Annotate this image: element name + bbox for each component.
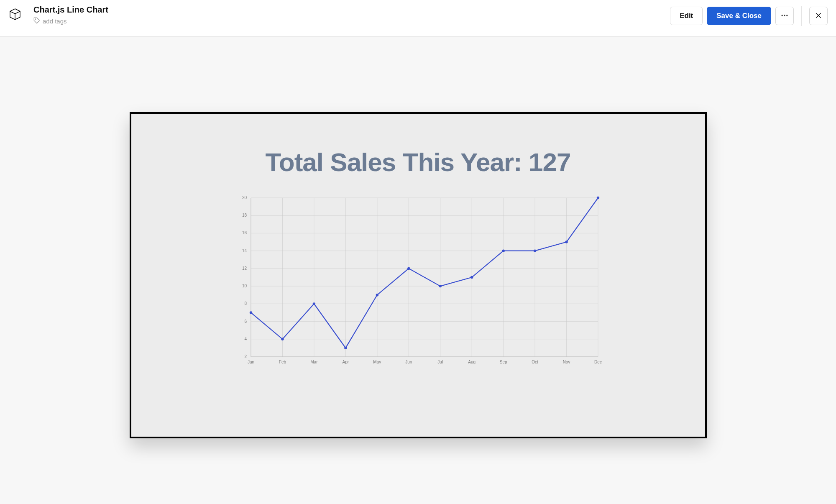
svg-text:Jan: Jan xyxy=(247,360,254,364)
close-button[interactable] xyxy=(809,7,828,25)
svg-text:May: May xyxy=(373,360,381,364)
svg-text:Feb: Feb xyxy=(279,360,286,364)
svg-point-65 xyxy=(596,197,599,199)
svg-text:Jun: Jun xyxy=(405,360,412,364)
svg-point-62 xyxy=(502,249,504,252)
svg-text:Apr: Apr xyxy=(342,360,349,364)
page-title: Chart.js Line Chart xyxy=(33,5,670,15)
svg-text:14: 14 xyxy=(242,248,247,253)
close-icon xyxy=(815,12,822,20)
tag-icon xyxy=(33,17,40,25)
svg-point-63 xyxy=(533,249,536,252)
svg-point-60 xyxy=(439,285,441,287)
preview-frame: Total Sales This Year: 127 2468101214161… xyxy=(130,112,707,438)
svg-point-54 xyxy=(249,311,252,314)
svg-point-64 xyxy=(565,240,568,243)
svg-text:4: 4 xyxy=(244,337,247,341)
svg-text:Dec: Dec xyxy=(594,360,602,364)
svg-text:Mar: Mar xyxy=(310,360,318,364)
svg-text:8: 8 xyxy=(244,301,247,306)
svg-text:Sep: Sep xyxy=(499,360,507,364)
svg-text:Oct: Oct xyxy=(532,360,538,364)
svg-point-55 xyxy=(281,338,284,340)
add-tags[interactable]: add tags xyxy=(33,17,670,25)
title-block: Chart.js Line Chart add tags xyxy=(33,5,670,25)
svg-text:Nov: Nov xyxy=(562,360,570,364)
svg-point-57 xyxy=(344,347,347,349)
top-bar: Chart.js Line Chart add tags Edit Save &… xyxy=(0,0,836,37)
line-chart: 2468101214161820JanFebMarAprMayJunJulAug… xyxy=(230,194,606,371)
svg-point-61 xyxy=(470,276,473,279)
canvas-area: Total Sales This Year: 127 2468101214161… xyxy=(0,37,836,504)
svg-text:12: 12 xyxy=(242,266,247,271)
svg-text:20: 20 xyxy=(242,195,247,200)
svg-text:6: 6 xyxy=(244,319,247,324)
svg-point-56 xyxy=(312,302,315,305)
add-tags-label: add tags xyxy=(43,18,67,25)
svg-point-4 xyxy=(784,15,785,16)
svg-text:Jul: Jul xyxy=(437,360,443,364)
svg-point-59 xyxy=(407,267,410,270)
separator xyxy=(801,6,802,26)
svg-point-58 xyxy=(376,294,378,296)
edit-button[interactable]: Edit xyxy=(670,7,703,25)
svg-text:Aug: Aug xyxy=(468,360,476,364)
more-button[interactable] xyxy=(775,7,794,25)
chart-title: Total Sales This Year: 127 xyxy=(266,147,571,177)
header-actions: Edit Save & Close xyxy=(670,6,828,26)
save-close-button[interactable]: Save & Close xyxy=(707,7,771,25)
svg-text:18: 18 xyxy=(242,213,247,217)
svg-point-2 xyxy=(35,19,36,20)
svg-text:10: 10 xyxy=(242,284,247,288)
svg-point-3 xyxy=(782,15,783,16)
app-logo-icon[interactable] xyxy=(8,8,22,21)
svg-text:16: 16 xyxy=(242,230,247,235)
svg-point-5 xyxy=(786,15,787,16)
svg-text:2: 2 xyxy=(244,354,247,359)
more-horizontal-icon xyxy=(780,11,789,21)
